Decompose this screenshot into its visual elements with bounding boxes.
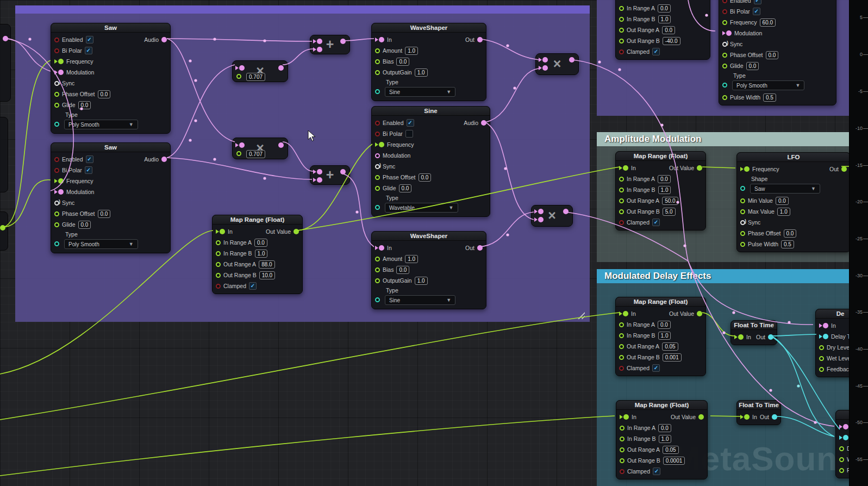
value-field[interactable]: 0.5 [763,94,776,102]
type-dropdown[interactable]: Wavetable▼ [385,203,458,213]
node-saw-2[interactable]: SawEnabledAudioBi PolarFrequencyModulati… [51,142,171,253]
float-pin[interactable] [619,322,624,327]
bool-pin[interactable] [722,0,727,3]
float-pin[interactable] [839,446,844,451]
checkbox[interactable] [753,8,760,15]
float-pin[interactable] [819,356,824,361]
comment-title-bar[interactable] [15,5,590,14]
float-pin[interactable] [619,311,628,316]
float-pin[interactable] [54,103,59,108]
value-field[interactable]: 0.0 [658,4,671,13]
trigger-pin[interactable] [740,220,745,225]
checkbox[interactable] [405,130,413,138]
node-fragment[interactable] [0,117,8,192]
node-float-to-time-2[interactable]: Float To TimeInOut [736,400,781,425]
enum-pin[interactable] [375,205,380,210]
checkbox[interactable] [653,468,660,475]
float-pin[interactable] [839,468,844,473]
value-field[interactable]: 0.707 [246,150,265,158]
float-pin[interactable] [619,17,624,22]
value-field[interactable]: 0.707 [246,73,265,81]
audio-pin[interactable] [278,65,284,71]
audio-pin[interactable] [375,245,384,251]
float-pin[interactable] [54,92,59,97]
float-pin[interactable] [620,447,625,452]
float-pin[interactable] [697,311,702,316]
value-field[interactable]: 1.0 [255,250,268,258]
value-field[interactable]: 0.0 [98,210,111,218]
value-field[interactable]: 1.0 [405,47,418,55]
checkbox[interactable] [407,119,414,127]
value-field[interactable]: 0.0 [746,62,759,70]
audio-pin[interactable] [3,36,8,41]
node-osc-top-right[interactable]: EnabledBi PolarFrequency60.0ModulationSy… [719,0,836,105]
bool-pin[interactable] [54,168,59,173]
value-field[interactable]: 0.0 [658,424,671,432]
float-pin[interactable] [294,229,299,234]
float-pin[interactable] [841,166,847,172]
time-pin[interactable] [839,435,848,440]
value-field[interactable]: 1.0 [658,186,671,194]
node-multiply-2[interactable]: ×0.707 [232,138,288,159]
node-multiply-1[interactable]: ×0.707 [232,60,288,82]
audio-pin[interactable] [235,65,245,71]
bool-pin[interactable] [216,284,221,289]
node-add-2[interactable]: + [310,165,350,185]
audio-pin[interactable] [54,70,64,75]
trigger-pin[interactable] [722,42,727,47]
checkbox[interactable] [85,47,92,54]
value-field[interactable]: 1.0 [405,255,418,263]
audio-pin[interactable] [839,424,848,429]
value-field[interactable]: 0.05 [662,342,678,351]
float-pin[interactable] [722,95,727,100]
value-field[interactable]: 0.0001 [663,457,685,465]
value-field[interactable]: 0.0 [78,221,91,229]
node-map-range-am[interactable]: Map Range (Float)InOut ValueIn Range A0.… [615,151,706,230]
audio-pin[interactable] [375,37,384,42]
value-field[interactable]: 1.0 [415,68,428,77]
type-dropdown[interactable]: Poly Smooth▼ [64,120,138,129]
node-saw-1[interactable]: SawEnabledAudioBi PolarFrequencyModulati… [51,23,171,134]
audio-pin[interactable] [539,65,548,71]
checkbox[interactable] [249,282,257,290]
audio-pin[interactable] [477,245,483,251]
float-pin[interactable] [740,166,750,172]
checkbox[interactable] [754,0,761,4]
value-field[interactable]: 50.0 [662,197,678,205]
bool-pin[interactable] [722,9,727,14]
trigger-pin[interactable] [54,81,59,86]
time-pin[interactable] [768,334,773,340]
float-pin[interactable] [620,458,625,463]
audio-pin[interactable] [313,169,322,175]
audio-pin[interactable] [235,142,245,148]
float-pin[interactable] [620,414,629,420]
value-field[interactable]: 0.0 [784,229,797,238]
audio-pin[interactable] [819,323,828,328]
node-sine[interactable]: SineEnabledAudioBi PolarFrequencyModulat… [371,106,490,217]
audio-pin[interactable] [477,37,483,42]
float-pin[interactable] [375,142,384,147]
audio-pin[interactable] [54,189,64,195]
node-multiply-4[interactable]: × [531,205,573,227]
bool-pin[interactable] [619,49,624,54]
float-pin[interactable] [54,59,64,64]
float-pin[interactable] [619,198,624,203]
bool-pin[interactable] [619,220,624,225]
float-pin[interactable] [839,457,844,462]
audio-pin[interactable] [278,142,284,148]
checkbox[interactable] [85,166,92,174]
node-map-range-mde-2[interactable]: Map Range (Float)InOut ValueIn Range A0.… [616,400,708,479]
time-pin[interactable] [772,414,777,420]
value-field[interactable]: 0.0 [396,58,409,66]
node-waveshaper-1[interactable]: WaveShaperInOutAmount1.0Bias0.0OutputGai… [371,23,486,101]
value-field[interactable]: 60.0 [760,18,776,27]
node-add-1[interactable]: + [310,35,350,54]
audio-pin[interactable] [539,57,548,63]
value-field[interactable]: 1.0 [658,15,671,23]
float-pin[interactable] [740,209,745,214]
value-field[interactable]: 88.0 [259,260,274,269]
value-field[interactable]: 1.0 [777,208,790,216]
value-field[interactable]: 0.0 [396,266,409,274]
checkbox[interactable] [652,48,660,55]
float-pin[interactable] [236,151,241,156]
